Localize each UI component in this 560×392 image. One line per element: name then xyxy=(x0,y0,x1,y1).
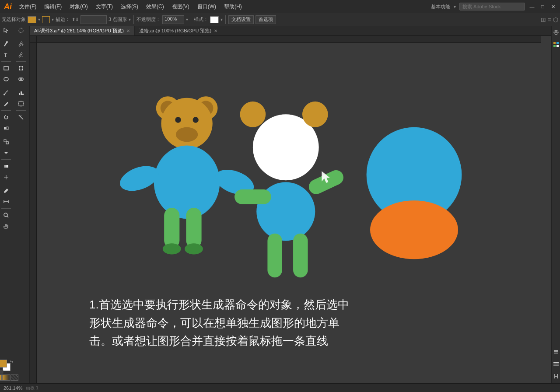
menu-object[interactable]: 对象(O) xyxy=(66,1,91,12)
lasso-tool[interactable] xyxy=(16,25,26,35)
paintbrush-tool[interactable] xyxy=(1,88,11,98)
tool2-sep1 xyxy=(16,37,26,37)
column-chart-tool[interactable] xyxy=(16,88,26,98)
maximize-button[interactable]: □ xyxy=(539,3,546,10)
menu-window[interactable]: 窗口(W) xyxy=(194,1,220,12)
rectangle-tool[interactable] xyxy=(1,63,11,74)
menu-edit[interactable]: 编辑(E) xyxy=(41,1,65,12)
menu-view[interactable]: 视图(V) xyxy=(168,1,193,12)
measure-tool[interactable] xyxy=(1,196,11,207)
tool2-sep2 xyxy=(16,61,26,62)
reflect-tool[interactable] xyxy=(1,123,11,133)
text-tool[interactable]: T xyxy=(1,49,11,60)
svg-rect-1 xyxy=(30,43,37,383)
pen-tool[interactable] xyxy=(1,38,11,49)
tool2-sep3 xyxy=(16,86,26,86)
eyedropper-tool[interactable] xyxy=(1,186,11,196)
svg-rect-31 xyxy=(22,69,23,70)
minimize-button[interactable]: — xyxy=(528,3,536,10)
hand-tool[interactable] xyxy=(1,221,11,231)
tool-sep-1 xyxy=(1,37,11,37)
menu-text[interactable]: 文字(T) xyxy=(92,1,116,12)
artboard-tool[interactable] xyxy=(16,98,26,109)
svg-point-8 xyxy=(4,94,5,95)
canvas xyxy=(37,43,541,291)
tool-sep-8 xyxy=(1,208,11,209)
tab-ai-course[interactable]: AI-课件3.ai* @ 261.14% (RGB/GPU 预览) ✕ xyxy=(30,26,135,35)
rotate-tool[interactable] xyxy=(1,112,11,122)
gradient-tool[interactable] xyxy=(1,161,11,172)
preferences-button[interactable]: 首选项 xyxy=(256,15,276,24)
workspace-dropdown-icon[interactable]: ▾ xyxy=(454,4,456,9)
gradient-btn[interactable] xyxy=(2,374,10,381)
direct-selection-tool[interactable] xyxy=(1,25,11,35)
stroke-label: 描边： xyxy=(56,16,70,23)
color-mode-buttons xyxy=(0,374,18,381)
stroke-input[interactable] xyxy=(80,15,107,24)
foreground-color-swatch[interactable] xyxy=(0,360,7,368)
dropdown-arrow-opacity[interactable]: ▾ xyxy=(186,17,188,22)
properties-icon[interactable] xyxy=(551,346,560,357)
menu-file[interactable]: 文件(F) xyxy=(16,1,40,12)
svg-rect-49 xyxy=(553,45,556,47)
scale-tool[interactable] xyxy=(1,136,11,147)
svg-rect-34 xyxy=(19,93,20,95)
ellipse-tool[interactable] xyxy=(1,74,11,84)
svg-rect-69 xyxy=(164,208,179,248)
left-tool-panel: T xyxy=(0,13,12,383)
dropdown-arrow-stroke[interactable]: ▾ xyxy=(52,17,54,22)
distribute-icon[interactable]: ⬡ xyxy=(553,16,558,23)
mesh-tool[interactable] xyxy=(1,172,11,182)
tab-gift[interactable]: 送给.ai @ 100% (RGB/GPU 预览) ✕ xyxy=(135,26,222,35)
swatches-panel-icon[interactable] xyxy=(551,39,560,50)
libraries-icon[interactable] xyxy=(551,371,560,382)
dropdown-arrow-style[interactable]: ▾ xyxy=(220,17,223,22)
svg-rect-35 xyxy=(21,91,22,95)
svg-point-33 xyxy=(21,78,23,80)
svg-text:T: T xyxy=(4,52,7,58)
menu-bar: Ai 文件(F) 编辑(E) 对象(O) 文字(T) 选择(S) 效果(C) 视… xyxy=(0,0,560,13)
dropdown-arrow-point[interactable]: ▾ xyxy=(129,17,131,22)
menu-items: 文件(F) 编辑(E) 对象(O) 文字(T) 选择(S) 效果(C) 视图(V… xyxy=(16,1,245,12)
default-colors-icon[interactable]: ⬛ xyxy=(0,370,4,374)
color-panel-icon[interactable] xyxy=(551,27,560,38)
free-transform-tool[interactable] xyxy=(16,63,26,74)
remove-anchor-tool[interactable]: - xyxy=(16,49,26,60)
align-icon[interactable]: ≡ xyxy=(548,16,551,23)
zoom-tool[interactable] xyxy=(1,210,11,220)
svg-point-71 xyxy=(163,243,181,254)
close-button[interactable]: ✕ xyxy=(550,3,556,10)
slice-tool[interactable] xyxy=(16,112,26,122)
menu-help[interactable]: 帮助(H) xyxy=(220,1,245,12)
stroke-swatch[interactable] xyxy=(42,16,50,23)
dropdown-arrow-fill[interactable]: ▾ xyxy=(38,17,40,22)
warp-tool[interactable] xyxy=(1,147,11,158)
stroke-arrows[interactable]: ⬆⬇ xyxy=(72,17,79,22)
workspace-label: 基本功能 xyxy=(431,4,450,10)
svg-rect-80 xyxy=(293,234,308,278)
none-btn[interactable] xyxy=(10,374,18,381)
svg-rect-37 xyxy=(19,102,23,106)
pencil-tool[interactable] xyxy=(1,98,11,109)
solid-color-btn[interactable] xyxy=(0,374,2,381)
style-swatch[interactable] xyxy=(210,16,219,23)
arrange-icon[interactable]: ⊞ xyxy=(541,16,546,23)
add-anchor-tool[interactable]: + xyxy=(16,38,26,49)
opacity-label: 不透明度： xyxy=(136,16,161,23)
tab-ai-course-close[interactable]: ✕ xyxy=(126,28,130,33)
shape-builder-tool[interactable] xyxy=(16,74,26,84)
document-setup-button[interactable]: 文档设置 xyxy=(228,15,254,24)
opacity-input[interactable]: 100% xyxy=(162,15,184,24)
ruler-left xyxy=(30,43,37,383)
svg-rect-13 xyxy=(6,142,8,144)
menu-select[interactable]: 选择(S) xyxy=(117,1,142,12)
fill-swatch[interactable] xyxy=(28,16,36,23)
svg-rect-56 xyxy=(553,365,559,366)
menu-effect[interactable]: 效果(C) xyxy=(143,1,168,12)
layers-panel-icon[interactable] xyxy=(551,359,560,369)
swap-colors-icon[interactable]: ⇆ xyxy=(10,360,13,364)
stock-search-input[interactable] xyxy=(459,3,525,10)
tab-gift-close[interactable]: ✕ xyxy=(214,28,217,33)
svg-point-4 xyxy=(6,41,8,43)
right-controls: 基本功能 ▾ — □ ✕ xyxy=(431,3,560,10)
